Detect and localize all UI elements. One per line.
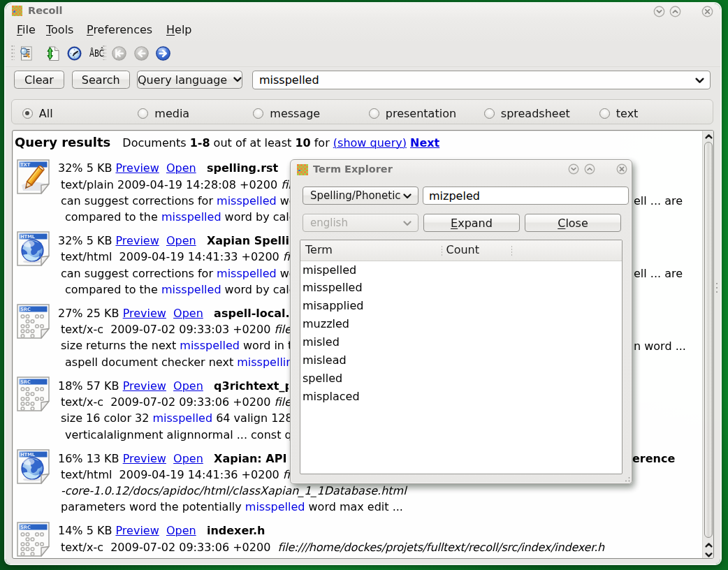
radio-circle[interactable] <box>484 108 495 119</box>
dialog-resize-grip[interactable] <box>623 474 631 483</box>
result-link[interactable]: Preview <box>123 307 166 320</box>
term-row[interactable]: misspelled <box>303 279 363 297</box>
result-link[interactable]: Open <box>173 307 203 320</box>
radio-circle[interactable] <box>138 108 148 119</box>
close-button[interactable] <box>701 6 713 17</box>
dialog-shade-up-button[interactable] <box>584 163 595 175</box>
term-row[interactable]: muzzled <box>303 315 349 333</box>
term-row[interactable]: misapplied <box>303 297 363 315</box>
result-link[interactable]: Open <box>166 234 196 247</box>
result-link[interactable]: Open <box>173 452 203 465</box>
search-entry-combobox[interactable]: misspelled <box>252 71 711 89</box>
result-link[interactable]: Open <box>173 379 203 393</box>
expand-button[interactable]: Expand <box>423 214 520 232</box>
filter-radio-spreadsheet[interactable]: spreadsheet <box>484 107 570 120</box>
count-column-header[interactable]: Count <box>446 243 480 256</box>
category-filterbar: Allmediamessagepresentationspreadsheette… <box>11 99 713 124</box>
mode-select-combo[interactable]: Spelling/Phonetic <box>303 187 418 205</box>
toolbar-handle-2[interactable] <box>103 45 106 60</box>
text-segment: text/html <box>61 250 119 263</box>
scroll-up-icon-2[interactable] <box>704 541 713 550</box>
menu-tools[interactable]: Tools <box>46 23 73 36</box>
main-titlebar[interactable]: Recoll <box>6 3 720 22</box>
radio-label: media <box>154 107 189 120</box>
text-segment: size returns the next <box>61 339 180 352</box>
radio-label: All <box>39 107 53 120</box>
radio-circle[interactable] <box>599 108 610 119</box>
dialog-shade-down-button[interactable] <box>568 163 579 175</box>
results-title: Query results <box>15 135 110 149</box>
close-dialog-button[interactable]: Close <box>525 214 621 232</box>
result-link[interactable]: Open <box>166 161 196 175</box>
result-link[interactable]: Preview <box>115 234 159 247</box>
text-segment: 18% 57 KB <box>58 379 123 393</box>
term-row[interactable]: mispelled <box>303 261 356 279</box>
chevron-down-icon <box>403 221 412 226</box>
radio-circle[interactable] <box>369 108 379 119</box>
text-segment: text/plain <box>61 178 117 191</box>
result-link[interactable]: Preview <box>115 161 159 175</box>
src-file-icon: SRC <box>16 376 51 414</box>
document-preview-icon[interactable] <box>19 46 33 61</box>
term-row[interactable]: mislead <box>303 351 347 370</box>
result-row: 27% 25 KB Preview Open aspell-local.htex… <box>61 305 291 370</box>
vertical-scrollbar[interactable] <box>702 131 713 558</box>
text-segment: aspell document checker next <box>65 356 237 369</box>
result-link[interactable]: Open <box>166 524 196 537</box>
search-button[interactable]: Search <box>72 71 130 89</box>
dialog-close-button[interactable] <box>616 163 627 175</box>
menu-preferences[interactable]: Preferences <box>87 23 152 36</box>
clock-history-icon[interactable] <box>67 46 82 61</box>
src-file-icon: SRC <box>16 303 51 341</box>
term-row[interactable]: misplaced <box>303 388 360 406</box>
first-page-icon[interactable] <box>112 46 126 61</box>
scroll-down-icon[interactable] <box>704 550 713 560</box>
text-segment: word in the document <box>240 339 291 352</box>
term-column-header[interactable]: Term <box>305 243 333 256</box>
radio-circle[interactable] <box>253 108 263 119</box>
search-hit: misspelled <box>217 194 277 207</box>
text-segment: 16% 13 KB <box>58 452 123 465</box>
filter-radio-media[interactable]: media <box>138 107 189 120</box>
result-link[interactable]: Preview <box>123 452 166 465</box>
menu-help[interactable]: Help <box>166 23 191 36</box>
filter-radio-presentation[interactable]: presentation <box>369 107 456 120</box>
text-segment: Documents <box>122 136 189 149</box>
scrollbar-thumb[interactable] <box>704 142 713 538</box>
column-separator[interactable] <box>511 246 512 256</box>
term-input[interactable]: mizpeled <box>423 187 629 205</box>
term-row[interactable]: spelled <box>303 370 342 388</box>
result-link[interactable]: Preview <box>115 524 159 537</box>
scroll-up-icon[interactable] <box>704 132 713 141</box>
text-segment: indexer.h <box>207 524 265 537</box>
shade-down-button[interactable] <box>653 6 665 17</box>
language-select-combo[interactable]: english <box>303 214 418 232</box>
prev-page-icon[interactable] <box>134 46 149 61</box>
resize-grip-dots[interactable] <box>715 282 719 294</box>
result-link[interactable]: Preview <box>123 379 166 393</box>
result-link[interactable]: (show query) <box>333 136 407 149</box>
chevron-down-icon <box>403 193 412 199</box>
column-separator[interactable] <box>442 246 442 256</box>
menu-file[interactable]: File <box>17 23 36 36</box>
term-row[interactable]: misled <box>303 333 340 351</box>
result-row: 32% 5 KB Preview Open Xapian Spelling Co… <box>61 233 291 298</box>
text-segment: -core-1.0.12/docs/apidoc/html/classXapia… <box>61 484 407 497</box>
term-explorer-dialog: Term Explorer Spelling/Phonetic mizpeled… <box>290 159 632 484</box>
sort-update-icon[interactable] <box>44 46 59 61</box>
text-segment: compared to the <box>65 283 161 296</box>
shade-up-button[interactable] <box>669 6 681 17</box>
clear-button[interactable]: Clear <box>14 71 64 89</box>
dialog-titlebar[interactable]: Term Explorer <box>291 160 632 179</box>
filter-radio-message[interactable]: message <box>253 107 320 120</box>
next-page-icon[interactable] <box>156 46 170 61</box>
filter-radio-text[interactable]: text <box>599 107 639 120</box>
text-segment <box>166 307 173 320</box>
radio-selected[interactable] <box>22 108 33 119</box>
result-link[interactable]: Next <box>410 136 439 149</box>
query-language-label: Query language <box>138 73 227 87</box>
result-row: 14% 5 KB Preview Open indexer.htext/x-c … <box>61 522 690 555</box>
query-language-combo[interactable]: Query language <box>137 71 242 89</box>
toolbar-handle[interactable] <box>11 45 15 60</box>
filter-radio-all[interactable]: All <box>22 107 53 120</box>
